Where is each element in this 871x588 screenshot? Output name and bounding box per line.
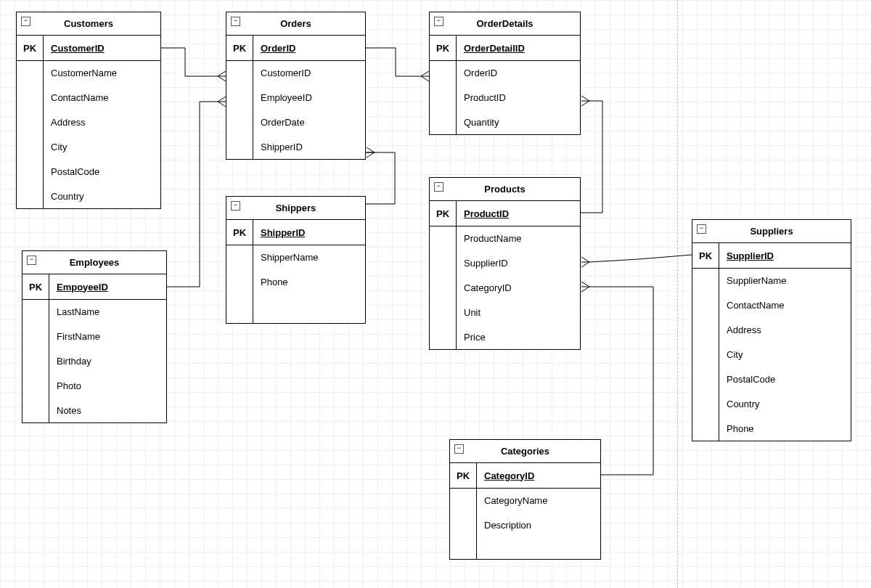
pk-label: PK: [226, 220, 253, 245]
svg-line-16: [581, 262, 589, 267]
field: SupplierName: [719, 275, 851, 286]
entity-orderdetails[interactable]: −OrderDetails PKOrderDetailID OrderID Pr…: [429, 12, 581, 135]
collapse-icon[interactable]: −: [231, 201, 240, 211]
field-pk: ProductID: [457, 208, 580, 219]
entity-title: Suppliers: [750, 226, 793, 237]
field: ContactName: [44, 92, 160, 103]
field: OrderID: [457, 68, 580, 78]
field: CategoryName: [477, 495, 600, 506]
field: LastName: [49, 306, 166, 317]
entity-title: Categories: [501, 446, 549, 457]
entity-suppliers[interactable]: −Suppliers PKSupplierID SupplierName Con…: [692, 219, 851, 441]
field: City: [719, 349, 851, 360]
field: Address: [719, 324, 851, 335]
svg-line-19: [581, 287, 589, 292]
field: EmployeeID: [253, 92, 365, 103]
entity-orders[interactable]: −Orders PKOrderID CustomerID EmployeeID …: [226, 12, 366, 160]
field-pk: ShipperID: [253, 227, 365, 238]
field: Quantity: [457, 117, 580, 128]
entity-shippers[interactable]: −Shippers PKShipperID ShipperName Phone: [226, 196, 366, 324]
entity-customers[interactable]: −Customers PKCustomerID CustomerName Con…: [16, 12, 161, 209]
field: PostalCode: [719, 374, 851, 385]
pk-label: PK: [17, 36, 44, 60]
field: Notes: [49, 405, 166, 416]
field: Address: [44, 117, 160, 128]
entity-title: Products: [484, 184, 525, 195]
svg-line-1: [218, 76, 226, 81]
svg-line-0: [218, 71, 226, 76]
field-pk: EmpoyeeID: [49, 282, 166, 293]
pk-label: PK: [430, 201, 457, 226]
collapse-icon[interactable]: −: [231, 17, 240, 26]
field: CategoryID: [457, 282, 580, 293]
field-pk: CategoryID: [477, 470, 600, 481]
field: Country: [44, 191, 160, 202]
field: ShipperName: [253, 252, 365, 263]
pk-label: PK: [450, 463, 477, 488]
collapse-icon[interactable]: −: [21, 17, 30, 26]
field-pk: SupplierID: [719, 250, 851, 261]
svg-line-9: [421, 71, 429, 76]
field: Country: [719, 399, 851, 409]
field: CustomerID: [253, 68, 365, 78]
field: City: [44, 142, 160, 152]
entity-products[interactable]: −Products PKProductID ProductName Suppli…: [429, 177, 581, 350]
entity-title: Shippers: [276, 203, 316, 213]
pk-label: PK: [23, 274, 49, 299]
svg-line-18: [581, 282, 589, 287]
collapse-icon[interactable]: −: [27, 256, 36, 265]
svg-line-15: [581, 257, 589, 262]
svg-line-12: [581, 96, 589, 101]
svg-line-7: [367, 152, 375, 158]
collapse-icon[interactable]: −: [434, 182, 443, 192]
field: ProductName: [457, 233, 580, 244]
field: Phone: [253, 277, 365, 287]
pk-label: PK: [226, 36, 253, 60]
entity-title: Customers: [64, 18, 113, 29]
field: FirstName: [49, 331, 166, 342]
collapse-icon[interactable]: −: [697, 224, 706, 234]
entity-employees[interactable]: −Employees PKEmpoyeeID LastName FirstNam…: [22, 250, 167, 423]
field: PostalCode: [44, 166, 160, 177]
field: Price: [457, 332, 580, 343]
svg-line-13: [581, 101, 589, 106]
entity-categories[interactable]: −Categories PKCategoryID CategoryName De…: [449, 439, 601, 560]
erd-canvas[interactable]: −Customers PKCustomerID CustomerName Con…: [0, 0, 871, 588]
svg-line-3: [218, 97, 226, 102]
entity-title: Orders: [280, 18, 311, 29]
field: ContactName: [719, 300, 851, 311]
field: OrderDate: [253, 117, 365, 128]
collapse-icon[interactable]: −: [454, 444, 464, 454]
field: Phone: [719, 423, 851, 434]
field: SupplierID: [457, 258, 580, 269]
svg-line-6: [367, 147, 375, 152]
field: ShipperID: [253, 142, 365, 152]
field: Unit: [457, 307, 580, 318]
field-pk: CustomerID: [44, 43, 160, 54]
vertical-guide: [677, 0, 678, 588]
field-pk: OrderDetailID: [457, 43, 580, 54]
svg-line-4: [218, 102, 226, 107]
field: ProductID: [457, 92, 580, 103]
collapse-icon[interactable]: −: [434, 17, 443, 26]
pk-label: PK: [692, 243, 719, 268]
field: Photo: [49, 380, 166, 391]
field: Description: [477, 520, 600, 531]
field: Birthday: [49, 356, 166, 367]
field: CustomerName: [44, 68, 160, 78]
svg-line-10: [421, 76, 429, 81]
pk-label: PK: [430, 36, 457, 60]
entity-title: OrderDetails: [476, 18, 533, 29]
field-pk: OrderID: [253, 43, 365, 54]
entity-title: Employees: [70, 257, 120, 268]
